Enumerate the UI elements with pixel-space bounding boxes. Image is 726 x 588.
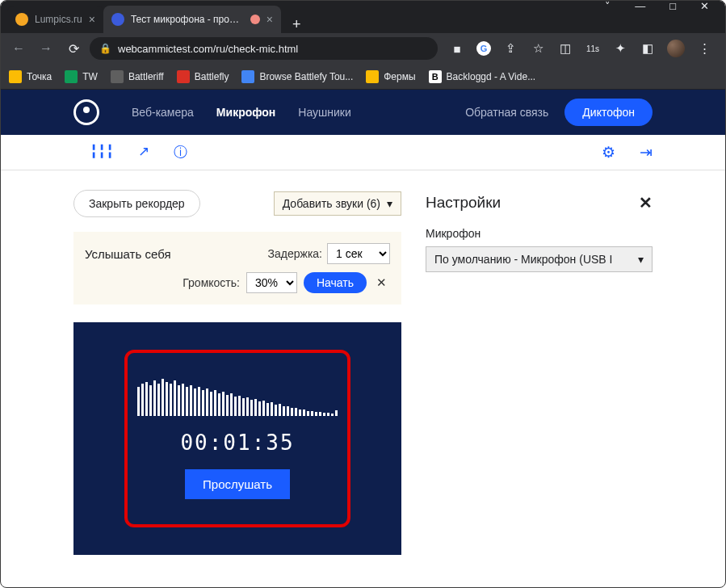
listen-button[interactable]: Прослушать — [185, 469, 290, 499]
favicon-icon — [111, 13, 124, 26]
chevron-down-icon: ▾ — [387, 197, 392, 210]
bookmark-tw[interactable]: TW — [65, 70, 98, 83]
hear-title: Услышать себя — [85, 247, 171, 261]
bookmark-battleriff[interactable]: Battleriff — [111, 70, 164, 83]
nav-microphone[interactable]: Микрофон — [216, 106, 275, 119]
google-icon[interactable]: G — [476, 41, 491, 56]
close-icon[interactable]: ✕ — [373, 275, 390, 290]
recorder-panel: 00:01:35 Прослушать — [73, 322, 401, 555]
exit-icon[interactable]: ⇥ — [640, 143, 653, 162]
gear-icon[interactable]: ⚙ — [602, 143, 615, 162]
nav-webcam[interactable]: Веб-камера — [132, 106, 194, 119]
close-icon[interactable]: ✕ — [639, 193, 653, 212]
close-icon[interactable]: × — [266, 13, 273, 26]
delay-label: Задержка: — [268, 247, 322, 260]
start-button[interactable]: Начать — [304, 272, 367, 293]
add-sounds-label: Добавить звуки (6) — [283, 197, 380, 210]
lock-icon: 🔒 — [99, 43, 111, 54]
ext2-icon[interactable]: 11s — [585, 44, 601, 53]
bookmark-backloggd[interactable]: BBackloggd - A Vide... — [429, 70, 536, 83]
bookmark-tochka[interactable]: Точка — [9, 70, 52, 83]
waveform-icon[interactable]: ╏╏╏ — [90, 143, 114, 162]
add-sounds-select[interactable]: Добавить звуки (6) ▾ — [274, 191, 401, 216]
volume-select[interactable]: 30% — [246, 272, 297, 293]
nav-feedback[interactable]: Обратная связь — [465, 106, 548, 119]
site-header: Веб-камера Микрофон Наушники Обратная св… — [1, 90, 725, 135]
tab-lumpics[interactable]: Lumpics.ru × — [7, 6, 103, 33]
browser-toolbar: ← → ⟳ 🔒 webcammictest.com/ru/check-mic.h… — [1, 33, 725, 64]
url-text: webcammictest.com/ru/check-mic.html — [118, 43, 298, 55]
sub-toolbar: ╏╏╏ ↗ ⓘ ⚙ ⇥ — [1, 135, 725, 170]
close-button[interactable]: ✕ — [700, 0, 709, 12]
back-button[interactable]: ← — [7, 41, 30, 56]
favicon-icon — [15, 13, 28, 26]
recording-icon — [250, 15, 260, 24]
recorder-highlight: 00:01:35 Прослушать — [124, 350, 350, 527]
delay-select[interactable]: 1 сек — [327, 243, 390, 264]
logo-icon[interactable] — [73, 99, 99, 125]
tab-strip: Lumpics.ru × Тест микрофона - проверка ×… — [1, 1, 725, 33]
sidepanel-icon[interactable]: ◧ — [640, 41, 656, 56]
mic-select-value: По умолчанию - Микрофон (USB I — [434, 253, 612, 266]
tab-mictest[interactable]: Тест микрофона - проверка × — [103, 6, 281, 33]
waveform-display — [137, 379, 338, 416]
timer-display: 00:01:35 — [180, 430, 294, 455]
tab-title: Lumpics.ru — [35, 14, 82, 25]
bookmark-battlefy[interactable]: Browse Battlefy Tou... — [241, 70, 353, 83]
menu-icon[interactable]: ⋮ — [696, 41, 712, 56]
reload-button[interactable]: ⟳ — [62, 41, 85, 57]
graph-icon[interactable]: ↗ — [138, 143, 149, 162]
camera-icon[interactable]: ■ — [449, 42, 465, 56]
chevron-down-icon: ▾ — [638, 253, 644, 266]
extensions-icon[interactable]: ✦ — [612, 41, 628, 56]
bookmark-battlefly[interactable]: Battlefly — [177, 70, 229, 83]
mic-select[interactable]: По умолчанию - Микрофон (USB I ▾ — [426, 246, 653, 272]
avatar[interactable] — [667, 40, 685, 57]
tab-title: Тест микрофона - проверка — [131, 14, 244, 25]
hear-yourself-box: Услышать себя Задержка: 1 сек Громкость:… — [73, 232, 401, 304]
close-recorder-button[interactable]: Закрыть рекордер — [73, 190, 200, 217]
mic-label: Микрофон — [426, 227, 653, 240]
dictaphone-button[interactable]: Диктофон — [564, 99, 653, 126]
bookmark-fermy[interactable]: Фермы — [366, 70, 415, 83]
star-icon[interactable]: ☆ — [530, 41, 546, 56]
nav-headphones[interactable]: Наушники — [298, 106, 350, 119]
ext1-icon[interactable]: ◫ — [557, 41, 573, 56]
maximize-button[interactable]: □ — [669, 0, 676, 12]
close-icon[interactable]: × — [89, 13, 95, 26]
minimize-button[interactable]: ― — [635, 0, 645, 12]
bookmarks-bar: Точка TW Battleriff Battlefly Browse Bat… — [1, 64, 725, 90]
address-bar[interactable]: 🔒 webcammictest.com/ru/check-mic.html — [90, 37, 438, 60]
chevron-down-icon[interactable]: ˅ — [605, 0, 611, 12]
volume-label: Громкость: — [183, 276, 240, 289]
info-icon[interactable]: ⓘ — [174, 143, 187, 162]
settings-title: Настройки — [426, 194, 501, 212]
share-icon[interactable]: ⇪ — [502, 41, 518, 56]
forward-button[interactable]: → — [35, 41, 57, 56]
new-tab-button[interactable]: + — [281, 16, 313, 33]
